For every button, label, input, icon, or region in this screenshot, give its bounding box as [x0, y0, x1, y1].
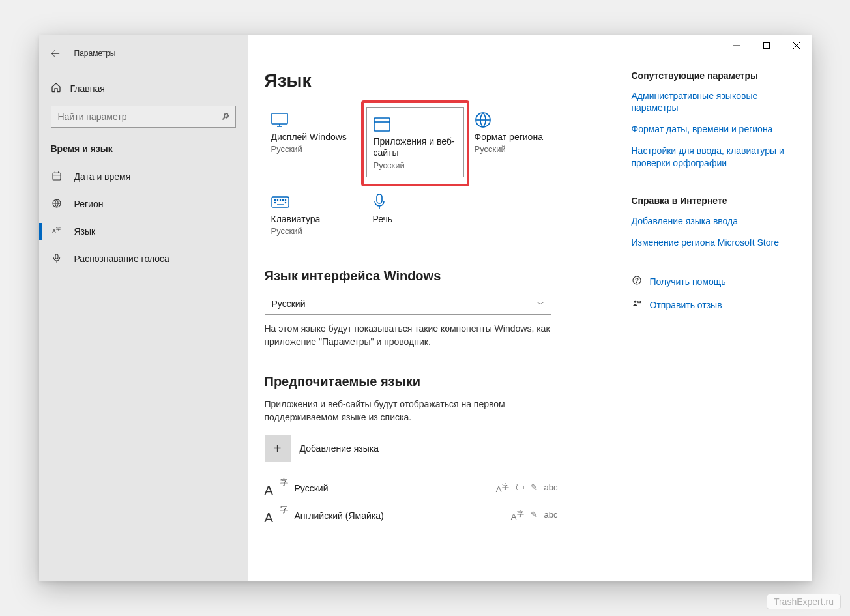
home-nav[interactable]: Главная: [39, 74, 248, 99]
clock-icon: [51, 171, 63, 183]
sidebar-item-label: Язык: [74, 226, 96, 237]
language-glyph-icon: A字: [265, 478, 286, 498]
tile-keyboard[interactable]: Клавиатура Русский: [265, 189, 362, 238]
sidebar-item-label: Дата и время: [74, 171, 131, 182]
region-icon: [475, 108, 559, 132]
feature-display-icon: A字: [496, 482, 509, 494]
tile-apps-websites[interactable]: Приложения и веб-сайты Русский: [361, 100, 469, 186]
chevron-down-icon: ﹀: [537, 299, 544, 309]
link-admin-lang[interactable]: Административные языковые параметры: [632, 90, 795, 115]
sidebar-item-region[interactable]: Регион: [39, 190, 248, 218]
minimize-button[interactable]: [722, 35, 752, 56]
help-icon: [632, 275, 642, 288]
svg-point-21: [277, 199, 278, 200]
svg-text:字: 字: [55, 227, 60, 231]
feature-spellcheck-icon: abc: [544, 510, 558, 521]
svg-rect-16: [374, 118, 390, 131]
svg-point-22: [280, 199, 280, 200]
get-help-link[interactable]: Получить помощь: [632, 275, 795, 288]
language-glyph-icon: A字: [265, 506, 286, 525]
tile-speech[interactable]: Речь: [366, 189, 464, 238]
sidebar-item-label: Регион: [74, 199, 104, 209]
settings-window: 🡠 Параметры Главная 🔍︎ Время и язык Дата…: [39, 35, 812, 581]
add-language-label: Добавление языка: [300, 443, 379, 454]
get-help-label: Получить помощь: [650, 276, 726, 287]
language-features: A字 ✎ abc: [511, 510, 558, 521]
link-change-store-region[interactable]: Изменение региона Microsoft Store: [632, 237, 795, 249]
window-title: Параметры: [74, 49, 116, 58]
feedback-icon: [632, 299, 642, 312]
svg-point-24: [285, 199, 286, 200]
globe-icon: [51, 198, 63, 210]
tile-sub: Русский: [271, 144, 356, 154]
tile-title: Речь: [373, 214, 458, 226]
svg-rect-19: [272, 197, 289, 207]
tile-title: Дисплей Windows: [271, 132, 356, 143]
tile-display[interactable]: Дисплей Windows Русский: [265, 107, 362, 177]
monitor-icon: [271, 108, 356, 132]
language-features: A字 🖵 ✎ abc: [496, 482, 558, 494]
window-icon: [374, 113, 457, 136]
display-language-select[interactable]: Русский ﹀: [265, 293, 551, 315]
sidebar: 🡠 Параметры Главная 🔍︎ Время и язык Дата…: [39, 35, 248, 581]
feature-spellcheck-icon: abc: [544, 482, 558, 494]
feature-handwriting-icon: ✎: [531, 482, 538, 494]
svg-rect-11: [55, 254, 58, 259]
svg-rect-4: [53, 173, 61, 180]
language-name: Английский (Ямайка): [295, 510, 384, 521]
preferred-languages-heading: Предпочитаемые языки: [265, 374, 612, 389]
svg-rect-13: [272, 113, 287, 124]
tile-title: Приложения и веб-сайты: [374, 136, 457, 159]
close-button[interactable]: [782, 35, 812, 56]
feedback-link[interactable]: Отправить отзыв: [632, 299, 795, 312]
link-typing-settings[interactable]: Настройки для ввода, клавиатуры и провер…: [632, 145, 795, 169]
language-item-russian[interactable]: A字 Русский A字 🖵 ✎ abc: [265, 475, 558, 502]
aside-column: Сопутствующие параметры Административные…: [632, 35, 795, 581]
microphone-icon: [51, 253, 63, 265]
language-tiles: Дисплей Windows Русский Приложения и веб…: [265, 107, 612, 238]
preferred-languages-desc: Приложения и веб-сайты будут отображатьс…: [265, 398, 551, 424]
main-content: Язык Дисплей Windows Русский: [248, 35, 812, 581]
tile-sub: Русский: [475, 144, 559, 154]
svg-point-31: [636, 282, 637, 283]
mic-icon: [373, 190, 458, 214]
related-settings-heading: Сопутствующие параметры: [632, 70, 795, 81]
combo-value: Русский: [272, 299, 306, 309]
content-column: Язык Дисплей Windows Русский: [265, 35, 612, 581]
maximize-button[interactable]: [752, 35, 782, 56]
page-title: Язык: [265, 70, 612, 91]
keyboard-icon: [271, 190, 356, 214]
plus-icon: +: [265, 435, 291, 462]
svg-point-25: [274, 202, 275, 203]
language-item-english-jm[interactable]: A字 Английский (Ямайка) A字 ✎ abc: [265, 502, 558, 529]
search-input[interactable]: 🔍︎: [51, 106, 236, 128]
sidebar-item-label: Распознавание голоса: [74, 254, 169, 264]
svg-rect-28: [377, 194, 382, 203]
search-wrap: 🔍︎: [39, 99, 248, 130]
svg-point-20: [274, 199, 275, 200]
help-web: Справка в Интернете Добавление языка вво…: [632, 196, 795, 249]
tile-title: Формат региона: [475, 132, 559, 143]
svg-point-23: [282, 199, 283, 200]
feature-tts-icon: 🖵: [516, 482, 524, 494]
watermark: TrashExpert.ru: [767, 594, 841, 609]
titlebar: 🡠 Параметры: [39, 42, 248, 65]
search-icon: 🔍︎: [221, 111, 230, 122]
related-settings: Сопутствующие параметры Административные…: [632, 70, 795, 169]
sidebar-item-speech[interactable]: Распознавание голоса: [39, 245, 248, 272]
help-heading: Справка в Интернете: [632, 196, 795, 206]
tile-region-format[interactable]: Формат региона Русский: [468, 107, 566, 177]
display-language-heading: Язык интерфейса Windows: [265, 269, 612, 284]
search-field[interactable]: [58, 111, 221, 122]
add-language-button[interactable]: + Добавление языка: [265, 435, 612, 462]
link-add-input-lang[interactable]: Добавление языка ввода: [632, 215, 795, 227]
display-language-desc: На этом языке будут показываться такие к…: [265, 323, 551, 348]
home-icon: [51, 82, 61, 95]
sidebar-item-datetime[interactable]: Дата и время: [39, 163, 248, 190]
sidebar-item-language[interactable]: A字 Язык: [39, 218, 248, 245]
language-name: Русский: [295, 483, 329, 493]
svg-rect-1: [763, 42, 769, 48]
back-button[interactable]: 🡠: [51, 48, 60, 59]
tile-sub: Русский: [374, 160, 457, 170]
link-date-region-format[interactable]: Формат даты, времени и региона: [632, 123, 795, 136]
